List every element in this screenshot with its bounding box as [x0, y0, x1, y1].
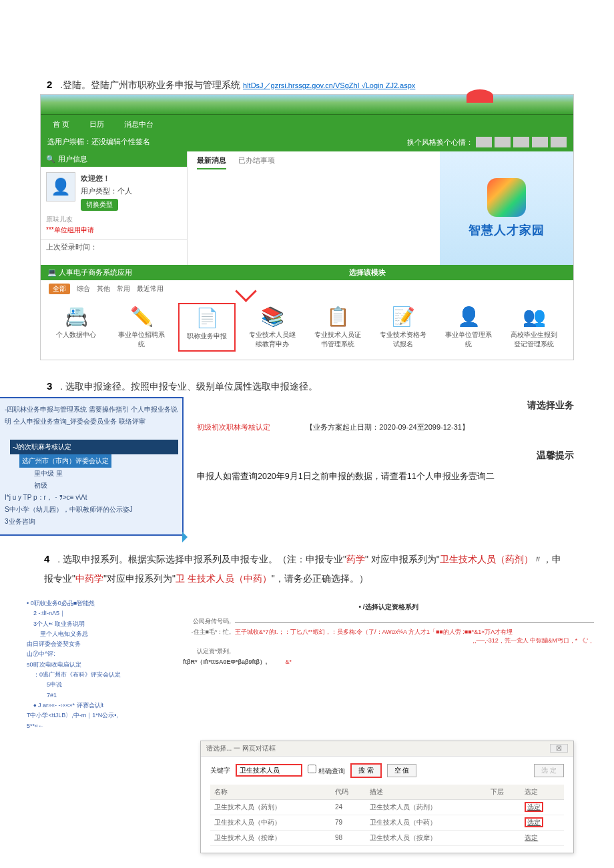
- search-bar: 关键字 精确查询 搜 索 空 值 选 定: [210, 763, 564, 778]
- theme-thumb[interactable]: [513, 137, 529, 147]
- theme-hint: 换个风格换个心情：: [407, 137, 473, 147]
- keyword-input[interactable]: [236, 764, 302, 777]
- step3-text: . 选取申报途径。按照申报专业、级别单位属性选取申报途径。: [60, 381, 318, 392]
- step3-screenshot: -四职林业务申报与管理系统 需要操作指引 个人申报业务说明 仝人申报业务查询_评…: [0, 397, 574, 536]
- keyword-label: 关键字: [210, 766, 230, 775]
- module-select-label: 选择该模块: [168, 268, 567, 278]
- choose-service-title: 请选择业务: [197, 400, 574, 412]
- tree-other[interactable]: I*j u y TP p：r，・ｦ>c≡ v\Λt S中小学（幼儿园），中职教师…: [5, 492, 178, 528]
- tree-line[interactable]: 2 -:tl!-nΛ5｜: [27, 608, 167, 618]
- module-header: 💻 人事电子商务系统应用 选择该模块: [41, 265, 573, 280]
- tree-line[interactable]: • 0职收业务0必品■智能然: [27, 598, 167, 608]
- search-button[interactable]: 搜 索: [350, 763, 382, 778]
- id-field[interactable]: [235, 622, 594, 623]
- col-next: 下层: [487, 785, 521, 800]
- cell-code: 24: [331, 799, 366, 815]
- filter-item[interactable]: 常用: [117, 284, 130, 294]
- tree-line[interactable]: ♦ J ar»«- -‹««»* 评赛会认lt: [27, 701, 167, 711]
- filter-all[interactable]: 全部: [49, 284, 70, 294]
- col-select: 选定: [521, 785, 564, 800]
- select-row-button[interactable]: 选定: [525, 817, 543, 827]
- exact-match-checkbox[interactable]: 精确查询: [308, 765, 345, 776]
- tree-group[interactable]: -J的次职麻考核认定: [10, 440, 178, 454]
- login-url-link[interactable]: hltDsJ／gzrsi.hrssgz.gov.cn/VSgZhI √Login…: [243, 81, 415, 89]
- tab-msg[interactable]: 消息中台: [119, 118, 159, 131]
- tree-line[interactable]: 由日评委会姿契女务: [27, 639, 167, 649]
- tree-item[interactable]: 里中级 里: [5, 468, 178, 480]
- step2-text: .登陆。登陆广州市职称业务申报与管理系统: [60, 79, 240, 90]
- folder-icon: 📇: [50, 306, 102, 328]
- tab-latest-msg[interactable]: 最新消息: [197, 155, 226, 169]
- cell-code: 98: [331, 830, 366, 845]
- clear-button[interactable]: 空 值: [387, 764, 417, 777]
- module-continuing-ed[interactable]: 📚专业技术人员继续教育申办: [244, 303, 301, 352]
- module-exam-signup[interactable]: 📝专业技术资格考试报名: [374, 303, 432, 352]
- filter-item[interactable]: 其他: [97, 284, 110, 294]
- theme-thumb[interactable]: [476, 137, 492, 147]
- usertype-label: 用户类型：: [81, 187, 117, 195]
- close-icon[interactable]: ☒: [550, 744, 568, 753]
- tree-line[interactable]: 7#1: [27, 691, 167, 701]
- portal-subbar: 选用户崇楣：还没编辑个性签名 换个风格换个心情：: [41, 134, 573, 151]
- tip-body: 申报人如需查询2020年9月1日之前申报的数据，请查看11个人申报业务壹询二: [197, 471, 574, 482]
- module-graduate-reg[interactable]: 👥高校毕业生报到登记管理系统: [505, 303, 563, 352]
- module-recruit[interactable]: ✏️事业单位招聘系统: [113, 303, 170, 352]
- tree-selected-node[interactable]: 选广州市（市内）评委会认定: [19, 454, 111, 468]
- series-select-form: • /选择认定资格系列 公民身传号码, -住主■毛*：忙, 王子城收&*7的t.…: [183, 598, 594, 731]
- select-series-dialog: 请选择... 一 网页对话框 ☒ 关键字 精确查询 搜 索 空 值 选 定 名称…: [200, 741, 574, 853]
- select-row-button[interactable]: 选定: [525, 834, 538, 841]
- usertype-value: 个人: [117, 187, 132, 195]
- module-bar-label: 人事电子商务系统应用: [59, 268, 132, 276]
- filter-item[interactable]: 最近常用: [137, 284, 164, 294]
- step2-heading: 2 .登陆。登陆广州市职称业务申报与管理系统 hltDsJ／gzrsi.hrss…: [47, 79, 574, 91]
- cell-desc: 卫生技术人员（药剂）: [366, 799, 487, 815]
- cell-next: [487, 799, 521, 815]
- table-row: 卫生技术人员（药剂） 24 卫生技术人员（药剂） 选定: [210, 799, 564, 815]
- tab-home[interactable]: 首 页: [47, 118, 75, 131]
- step2-number: 2: [47, 79, 52, 90]
- tree-line[interactable]: T中小学<ttJLB〉,中-m｜1*N公示•,: [27, 711, 167, 721]
- theme-thumb[interactable]: [532, 137, 548, 147]
- form-title: • /选择认定资格系列: [183, 602, 594, 612]
- modify-link[interactable]: 原味儿改: [46, 215, 73, 223]
- portal-toolbar: 首 页 日历 消息中台: [41, 115, 573, 134]
- theme-thumb[interactable]: [495, 137, 511, 147]
- tab-calendar[interactable]: 日历: [84, 118, 109, 131]
- step3-heading: 3 . 选取申报途径。按照申报专业、级别单位属性选取申报途径。: [47, 380, 574, 393]
- tree-line[interactable]: 山ⓨ中^评:: [27, 649, 167, 659]
- search-icon: 🔍: [46, 155, 55, 163]
- service-schedule: 【业务方案起止日期：2020-09-24至2099-12-31】: [306, 423, 469, 431]
- tip-title: 温馨提示: [197, 450, 574, 462]
- filter-item[interactable]: 综合: [77, 284, 90, 294]
- tree-line[interactable]: ：0逃广州市《布科》评安会认定: [27, 670, 167, 680]
- id-label: 公民身传号码,: [183, 617, 231, 626]
- tab-done-items[interactable]: 已办结事项: [238, 155, 275, 169]
- cell-name: 卫生技术人员（药剂）: [210, 799, 331, 815]
- cell-desc: 卫生技术人员（中药）: [366, 815, 487, 830]
- select-row-button[interactable]: 选定: [525, 802, 543, 812]
- tree-item[interactable]: 初级: [5, 480, 178, 492]
- step3-number: 3: [47, 380, 52, 392]
- theme-thumb[interactable]: [551, 137, 567, 147]
- module-title-application[interactable]: 📄职称业务申报: [178, 303, 236, 352]
- dialog-title: 请选择... 一 网页对话框: [206, 744, 276, 753]
- tree-line[interactable]: 3个人•‹ 取业务说明: [27, 619, 167, 629]
- unit-apply-link[interactable]: ***单位组用申请: [41, 226, 187, 239]
- main-panel: 最新消息 已办结事项: [188, 151, 440, 265]
- cell-name: 卫生技术人员（按摩）: [210, 830, 331, 845]
- note-icon: 📝: [377, 306, 429, 328]
- module-cert-mgmt[interactable]: 📋专业技术人员证书管理系统: [309, 303, 366, 352]
- app-icon: [487, 178, 526, 217]
- step4-paragraph: 4 . 选取申报系列。根据实际选择申报系列及申报专业。（注：申报专业"药学" 对…: [44, 549, 570, 588]
- module-unit-mgmt[interactable]: 👤事业单位管理系统: [440, 303, 497, 352]
- tree-top[interactable]: -四职林业务申报与管理系统 需要操作指引 个人申报业务说明 仝人申报业务查询_评…: [5, 404, 178, 428]
- switch-type-button[interactable]: 切换类型: [81, 199, 118, 211]
- tree-line[interactable]: 里个人电知义务总: [27, 629, 167, 639]
- tree-line[interactable]: 5申说: [27, 680, 167, 690]
- confirm-button[interactable]: 选 定: [534, 764, 564, 777]
- module-personal-data[interactable]: 📇个人数据中心: [47, 303, 105, 352]
- avatar: 👤: [46, 172, 75, 201]
- results-table: 名称 代码 描述 下层 选定 卫生技术人员（药剂） 24 卫生技术人员（药剂） …: [210, 785, 564, 846]
- tree-line[interactable]: 5**«←: [27, 721, 167, 731]
- tree-line[interactable]: s0町次电收电庙认定: [27, 660, 167, 670]
